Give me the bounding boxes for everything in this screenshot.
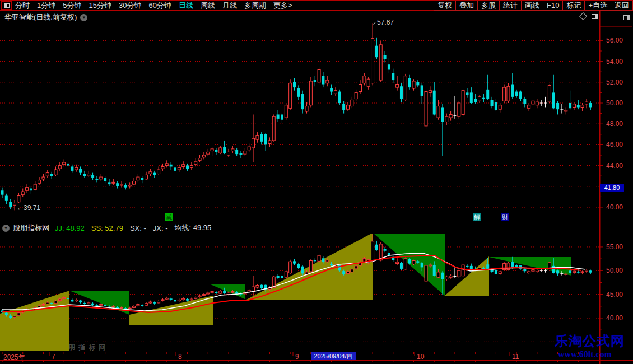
sub-price-label: 40.00 [606,314,623,322]
top-toolbar: 分时1分钟5分钟15分钟30分钟60分钟日线周线月线多周期更多> 复权叠加多股统… [0,0,633,11]
menu-tool-0[interactable]: 复权 [434,1,456,11]
menu-tool-2[interactable]: 多股 [477,1,500,11]
split-window-icon[interactable] [592,14,598,19]
layout-toggle-button[interactable] [1,1,12,10]
indicator-sx-value: SX: - [130,224,146,232]
tools-menu: 复权叠加多股统计画线F10标记+自选返回 [434,1,633,11]
indicator-header: ▾ 股朋指标网 JJ: 48.92 SS: 52.79 SX: - JX: - … [2,223,218,233]
watermark-title: 乐淘公式网 [555,334,625,348]
main-price-label: 44.00 [606,162,623,170]
date-axis-label-2: 8 [178,353,182,361]
event-badge-0[interactable]: 减 [165,213,173,221]
menu-period-10[interactable]: 更多> [273,1,292,11]
main-price-label: 56.00 [606,36,623,44]
main-price-label: 40.00 [606,203,623,211]
date-axis-label-0: 2025年 [3,353,25,362]
sub-price-label: 50.00 [606,267,623,274]
menu-period-4[interactable]: 30分钟 [119,1,141,11]
main-price-label: 52.00 [606,78,623,86]
indicator-ma-value: 均线: 49.95 [175,223,212,233]
menu-period-3[interactable]: 15分钟 [89,1,111,11]
watermark-url: www.60lt.com [558,350,625,359]
sub-price-label: 45.00 [606,291,623,298]
menu-period-6[interactable]: 日线 [179,1,193,11]
split-layout-icon [4,3,10,8]
indicator-jx-value: JX: - [153,224,168,232]
menu-period-2[interactable]: 5分钟 [63,1,81,11]
high-price-annotation: 57.67 [377,18,394,26]
app-window: 分时1分钟5分钟15分钟30分钟60分钟日线周线月线多周期更多> 复权叠加多股统… [0,0,633,364]
date-highlight-box: 2025/09/04/四 [311,352,356,360]
date-axis-label-3: 9 [295,353,299,361]
page-title: 华亚智能(日线.前复权) [4,12,77,22]
site-watermark: 乐淘公式网 www.60lt.com [555,334,625,359]
sub-price-label: 55.00 [606,243,623,251]
chart-title-row: 华亚智能(日线.前复权) ▾ [4,12,87,22]
menu-period-5[interactable]: 60分钟 [148,1,171,11]
menu-tool-4[interactable]: 画线 [521,1,543,11]
price-highlight-box: 41.80 [600,184,624,192]
menu-tool-3[interactable]: 统计 [499,1,522,11]
date-axis-label-5: 11 [512,353,519,361]
main-candles [1,23,592,210]
main-price-label: 54.00 [606,58,623,66]
indicator-jj-value: JJ: 48.92 [55,224,85,232]
low-price-annotation: ←39.71 [17,204,40,212]
menu-period-9[interactable]: 多周期 [244,1,266,11]
maximize-panel-icon[interactable] [623,15,630,20]
main-price-label: 46.00 [606,141,623,148]
chart-canvas[interactable]: 56.0054.0052.0050.0048.0046.0044.0040.00… [0,0,633,364]
diamond-icon[interactable] [579,12,587,20]
event-badge-2[interactable]: 财 [501,213,509,221]
chevron-down-icon[interactable]: ▾ [80,14,87,21]
period-menu: 分时1分钟5分钟15分钟30分钟60分钟日线周线月线多周期更多> [0,1,299,11]
main-price-label: 48.00 [606,120,623,128]
menu-period-8[interactable]: 月线 [222,1,237,11]
event-badge-1[interactable]: 解 [473,213,481,221]
indicator-ss-value: SS: 52.79 [91,224,123,232]
menu-period-1[interactable]: 1分钟 [37,1,55,11]
menu-tool-8[interactable]: 返回 [611,1,633,11]
title-window-icons [580,13,598,19]
main-price-label: 50.00 [606,99,623,107]
date-axis-label-1: 7 [52,353,55,361]
indicator-name[interactable]: 股朋指标网 [13,223,49,233]
menu-tool-5[interactable]: F10 [543,1,563,11]
menu-tool-6[interactable]: 标记 [562,1,585,11]
menu-tool-1[interactable]: 叠加 [455,1,478,11]
chevron-down-icon[interactable]: ▾ [2,225,10,232]
menu-tool-7[interactable]: +自选 [584,1,611,11]
high-annotation-pointer [373,21,376,24]
indicator-fills [0,233,571,351]
menu-period-0[interactable]: 分时 [15,1,30,11]
date-axis-label-4: 10 [417,353,424,361]
menu-period-7[interactable]: 周线 [201,1,215,11]
